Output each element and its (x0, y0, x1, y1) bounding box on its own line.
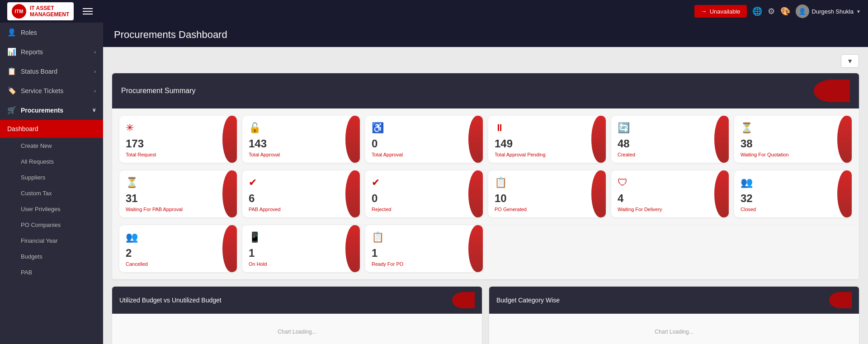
stat-card-po-generated[interactable]: 📋 10 PO Generated (488, 170, 606, 217)
ready-for-po-number: 1 (372, 247, 476, 259)
po-generated-label: PO Generated (495, 207, 599, 212)
user-caret-icon: ▼ (856, 9, 861, 14)
procurement-summary-section: Procurement Summary ✳ 173 Total Request … (112, 73, 859, 279)
settings-icon[interactable]: ⚙ (768, 6, 775, 16)
status-board-icon: 📋 (7, 67, 16, 75)
sidebar-item-service-tickets[interactable]: 🏷️ Service Tickets › (0, 81, 103, 100)
stat-card-accent (345, 225, 360, 272)
sidebar-sub-label: Dashboard (7, 125, 38, 132)
sidebar-sub-custom-tax[interactable]: Custom Tax (0, 185, 103, 201)
main-content: ▼ Procurement Summary ✳ 173 Total Reques… (103, 47, 868, 344)
pab-approved-label: PAB Approved (249, 207, 354, 212)
chart-header: Utilized Budget vs Unutilized Budget (112, 287, 482, 314)
stat-card-accent (468, 225, 483, 272)
sidebar-sub-label: Budgets (21, 253, 42, 260)
stat-card-waiting-delivery[interactable]: 🛡 4 Waiting For Delivery (611, 170, 729, 217)
chart-body: Chart Loading... (112, 314, 482, 344)
sidebar-sub-all-requests[interactable]: All Requests (0, 154, 103, 170)
roles-icon: 👤 (7, 28, 16, 37)
waiting-delivery-label: Waiting For Delivery (618, 207, 722, 212)
top-nav-left: ITM IT ASSET MANAGEMENT (7, 2, 94, 20)
avatar: 👤 (796, 5, 809, 18)
sidebar-sub-budgets[interactable]: Budgets (0, 249, 103, 264)
status-board-arrow-icon: › (94, 69, 96, 74)
stat-card-accent (591, 170, 606, 217)
sidebar-item-reports[interactable]: 📊 Reports › (0, 42, 103, 61)
stat-card-ready-for-po[interactable]: 📋 1 Ready For PO (365, 225, 483, 272)
paint-icon[interactable]: 🎨 (780, 6, 790, 16)
unavailable-arrow-icon: → (701, 8, 707, 15)
summary-cards-row1: ✳ 173 Total Request 🔓 143 Total Approval… (112, 108, 859, 170)
user-area[interactable]: 👤 Durgesh Shukla ▼ (796, 5, 861, 18)
sidebar-sub-create-new[interactable]: Create New (0, 138, 103, 154)
stat-card-accent (837, 170, 852, 217)
stat-card-waiting-quotation[interactable]: ⏳ 38 Waiting For Quotation (734, 116, 852, 163)
stat-card-pab-approved[interactable]: ✔ 6 PAB Approved (242, 170, 360, 217)
content-wrapper: Procurements Dashboard ▼ Procurement Sum… (103, 23, 868, 344)
service-tickets-arrow-icon: › (94, 88, 96, 94)
on-hold-label: On Hold (249, 261, 354, 267)
stat-card-total-approval-1[interactable]: 🔓 143 Total Approval (242, 116, 360, 163)
sidebar-item-label: Roles (21, 29, 37, 36)
logo-circle: ITM (12, 4, 26, 19)
stat-card-total-approval-2[interactable]: ♿ 0 Total Approval (365, 116, 483, 163)
sidebar-sub-label: User Privileges (21, 206, 60, 212)
logo-text: IT ASSET MANAGEMENT (30, 5, 69, 18)
total-approval-1-label: Total Approval (249, 152, 354, 157)
summary-header: Procurement Summary (112, 73, 859, 108)
sidebar-sub-dashboard[interactable]: Dashboard (0, 120, 103, 138)
stat-card-accent (222, 170, 237, 217)
chart-header: Budget Category Wise (489, 287, 859, 314)
filter-bar: ▼ (112, 54, 859, 68)
sidebar-sub-pab[interactable]: PAB (0, 264, 103, 280)
stat-card-waiting-pab[interactable]: ⏳ 31 Waiting For PAB Approval (119, 170, 237, 217)
sidebar-sub-suppliers[interactable]: Suppliers (0, 170, 103, 185)
sidebar-item-roles[interactable]: 👤 Roles (0, 23, 103, 42)
ready-for-po-label: Ready For PO (372, 261, 476, 267)
stat-card-cancelled[interactable]: 👥 2 Cancelled (119, 225, 237, 272)
stat-card-accent (468, 116, 483, 163)
cancelled-label: Cancelled (126, 261, 231, 267)
stat-card-created[interactable]: 🔄 48 Created (611, 116, 729, 163)
unavailable-label: Unavailable (710, 8, 741, 15)
stat-card-accent (714, 116, 729, 163)
total-approval-1-number: 143 (249, 137, 354, 150)
waiting-pab-label: Waiting For PAB Approval (126, 207, 231, 212)
total-approval-pending-icon: ⏸ (495, 122, 599, 134)
closed-number: 32 (741, 192, 845, 205)
sidebar-sub-user-privileges[interactable]: User Privileges (0, 201, 103, 217)
cancelled-number: 2 (126, 247, 231, 259)
filter-button[interactable]: ▼ (841, 54, 859, 68)
stat-card-accent (837, 116, 852, 163)
chart-placeholder: Chart Loading... (655, 329, 693, 335)
on-hold-number: 1 (249, 247, 354, 259)
waiting-delivery-icon: 🛡 (618, 177, 722, 188)
cancelled-icon: 👥 (126, 231, 231, 243)
top-nav-right: → Unavailable 🌐 ⚙ 🎨 👤 Durgesh Shukla ▼ (694, 5, 861, 18)
chart-header-accent (452, 292, 475, 308)
globe-icon[interactable]: 🌐 (752, 6, 762, 16)
stat-card-on-hold[interactable]: 📱 1 On Hold (242, 225, 360, 272)
procurements-arrow-icon: ∨ (92, 107, 96, 113)
hamburger-button[interactable] (81, 6, 94, 16)
stat-card-total-request[interactable]: ✳ 173 Total Request (119, 116, 237, 163)
layout: 👤 Roles 📊 Reports › 📋 Status Board › 🏷️ … (0, 23, 868, 344)
reports-arrow-icon: › (94, 49, 96, 55)
sidebar: 👤 Roles 📊 Reports › 📋 Status Board › 🏷️ … (0, 23, 103, 344)
sidebar-sub-financial-year[interactable]: Financial Year (0, 233, 103, 249)
stat-card-closed[interactable]: 👥 32 Closed (734, 170, 852, 217)
user-name: Durgesh Shukla (812, 8, 854, 15)
sidebar-sub-label: PAB (21, 269, 32, 276)
sidebar-sub-label: Financial Year (21, 237, 58, 244)
stat-card-total-approval-pending[interactable]: ⏸ 149 Total Approval Pending (488, 116, 606, 163)
ready-for-po-icon: 📋 (372, 231, 476, 243)
sidebar-item-label: Reports (21, 48, 43, 56)
sidebar-item-procurements[interactable]: 🛒 Procurements ∨ (0, 100, 103, 120)
stat-card-rejected[interactable]: ✔ 0 Rejected (365, 170, 483, 217)
unavailable-button[interactable]: → Unavailable (694, 5, 747, 18)
service-tickets-icon: 🏷️ (7, 86, 16, 95)
sidebar-item-status-board[interactable]: 📋 Status Board › (0, 61, 103, 81)
sidebar-sub-po-companies[interactable]: PO Companies (0, 217, 103, 233)
rejected-label: Rejected (372, 207, 476, 212)
charts-row: Utilized Budget vs Unutilized Budget Cha… (112, 287, 859, 344)
